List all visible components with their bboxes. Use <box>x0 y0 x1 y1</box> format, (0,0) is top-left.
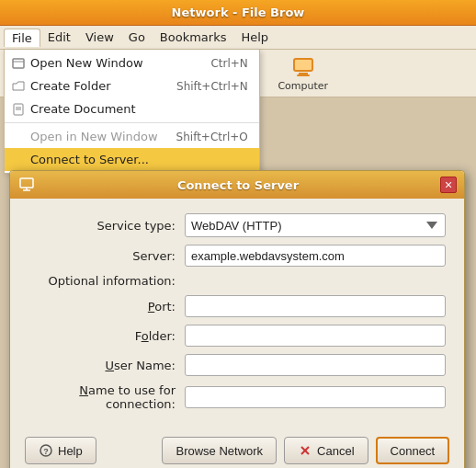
file-dropdown-menu: Open New Window Ctrl+N Create Folder Shi… <box>4 50 260 174</box>
cancel-button[interactable]: Cancel <box>284 437 368 464</box>
connect-label: Connect <box>391 444 435 458</box>
svg-rect-11 <box>20 178 33 188</box>
menu-item-edit[interactable]: Edit <box>40 29 78 46</box>
help-label: Help <box>58 444 83 458</box>
dialog-title-bar: Connect to Server ✕ <box>10 171 464 199</box>
dialog-network-icon <box>17 176 36 194</box>
port-label: Port: <box>28 300 185 314</box>
folder-icon <box>10 78 27 95</box>
service-type-row: Service type: WebDAV (HTTP) FTP (with lo… <box>28 213 446 237</box>
folder-label-text: Folder: <box>135 329 176 343</box>
connect-to-server-dialog[interactable]: Connect to Server ✕ Service type: WebDAV… <box>9 170 465 468</box>
username-label: User Name: <box>28 359 185 372</box>
open-in-new-window-label: Open in New Window <box>30 130 158 143</box>
create-folder-shortcut: Shift+Ctrl+N <box>176 80 248 93</box>
open-in-new-window-shortcut: Shift+Ctrl+O <box>176 131 248 143</box>
connection-name-row: Name to use for connection: <box>28 383 446 411</box>
cancel-label: Cancel <box>317 444 354 458</box>
document-icon <box>10 101 27 118</box>
title-bar: Network - File Brow <box>0 0 476 26</box>
browse-network-button[interactable]: Browse Network <box>162 437 277 464</box>
username-label-text: User Name: <box>106 359 176 372</box>
browse-network-label: Browse Network <box>176 444 263 458</box>
dialog-buttons: ? Help Browse Network <box>10 429 464 468</box>
cancel-icon <box>298 443 312 458</box>
folder-label: Folder: <box>28 329 185 343</box>
dialog-title: Connect to Server <box>36 178 440 192</box>
folder-input[interactable] <box>185 325 446 347</box>
create-folder-label: Create Folder <box>30 79 111 93</box>
port-label-text: Port: <box>148 300 176 314</box>
folder-row: Folder: <box>28 325 446 347</box>
menu-create-document[interactable]: Create Document <box>5 97 259 120</box>
menu-item-bookmarks[interactable]: Bookmarks <box>153 29 234 46</box>
svg-rect-3 <box>294 59 312 71</box>
connection-name-input[interactable] <box>185 386 446 408</box>
menu-create-folder[interactable]: Create Folder Shift+Ctrl+N <box>5 74 259 97</box>
connection-name-label: Name to use for connection: <box>28 383 185 411</box>
port-row: Port: <box>28 295 446 317</box>
svg-rect-5 <box>297 74 310 76</box>
connection-name-label-text: Name to use for connection: <box>79 383 176 411</box>
server-input[interactable] <box>185 245 446 267</box>
help-icon: ? <box>39 443 53 458</box>
optional-info-label: Optional information: <box>28 274 185 288</box>
menu-connect-to-server[interactable]: Connect to Server... <box>5 148 259 171</box>
connect-button[interactable]: Connect <box>376 437 449 464</box>
window-title: Network - File Brow <box>172 6 305 19</box>
menu-item-view[interactable]: View <box>78 29 121 46</box>
service-type-select[interactable]: WebDAV (HTTP) FTP (with login) SSH Windo… <box>185 213 446 237</box>
dialog-close-button[interactable]: ✕ <box>440 177 457 193</box>
open-new-window-shortcut: Ctrl+N <box>210 57 247 70</box>
svg-rect-6 <box>13 59 24 68</box>
menu-item-help[interactable]: Help <box>233 29 276 46</box>
menu-open-new-window[interactable]: Open New Window Ctrl+N <box>5 51 259 74</box>
server-row: Server: <box>28 245 446 267</box>
right-buttons: Browse Network Cancel Connect <box>162 437 449 464</box>
computer-label: Computer <box>278 80 328 92</box>
dialog-body: Service type: WebDAV (HTTP) FTP (with lo… <box>10 199 464 429</box>
service-type-label: Service type: <box>28 219 185 233</box>
menu-bar: File Edit View Go Bookmarks Help <box>0 26 476 50</box>
open-new-window-label: Open New Window <box>30 56 143 70</box>
menu-item-file[interactable]: File <box>4 29 40 47</box>
username-row: User Name: <box>28 354 446 376</box>
connect-to-server-label: Connect to Server... <box>30 153 149 166</box>
optional-info-row: Optional information: <box>28 274 446 288</box>
window-icon <box>10 55 27 72</box>
menu-separator-1 <box>5 122 259 123</box>
left-buttons: ? Help <box>25 437 96 464</box>
port-input[interactable] <box>185 295 446 317</box>
computer-icon <box>290 54 316 80</box>
server-label: Server: <box>28 249 185 263</box>
menu-item-go[interactable]: Go <box>121 29 153 46</box>
create-document-label: Create Document <box>30 102 136 116</box>
menu-open-in-new-window: Open in New Window Shift+Ctrl+O <box>5 125 259 148</box>
help-button[interactable]: ? Help <box>25 437 96 464</box>
toolbar-computer-button[interactable]: Computer <box>270 51 335 96</box>
svg-text:?: ? <box>43 447 49 456</box>
username-input[interactable] <box>185 354 446 376</box>
svg-rect-4 <box>299 73 308 74</box>
